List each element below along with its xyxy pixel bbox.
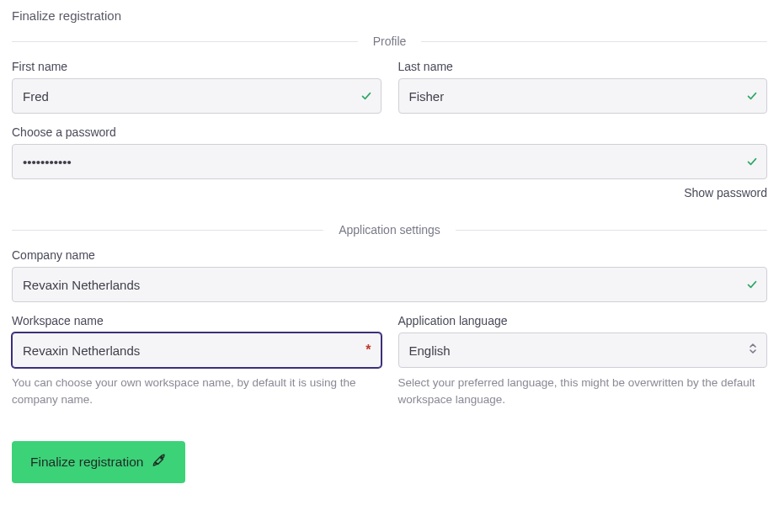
password-input[interactable]	[12, 144, 767, 179]
section-label-app-settings: Application settings	[323, 223, 456, 237]
language-label: Application language	[398, 314, 768, 327]
section-divider-app-settings: Application settings	[12, 223, 767, 237]
language-select[interactable]: English	[398, 332, 768, 368]
workspace-name-input[interactable]	[12, 332, 381, 368]
company-name-input[interactable]	[12, 267, 767, 302]
show-password-link[interactable]: Show password	[684, 186, 767, 200]
first-name-input[interactable]	[12, 78, 381, 114]
last-name-label: Last name	[398, 60, 768, 73]
finalize-registration-button[interactable]: Finalize registration	[12, 441, 185, 483]
page-title: Finalize registration	[12, 8, 767, 23]
workspace-name-hint: You can choose your own workspace name, …	[12, 375, 381, 407]
finalize-registration-label: Finalize registration	[30, 455, 143, 470]
section-divider-profile: Profile	[12, 35, 767, 48]
password-label: Choose a password	[12, 125, 767, 139]
first-name-label: First name	[12, 60, 381, 73]
workspace-name-label: Workspace name	[12, 314, 381, 327]
last-name-input[interactable]	[398, 78, 768, 114]
rocket-icon	[152, 453, 167, 471]
section-label-profile: Profile	[358, 35, 422, 48]
company-name-label: Company name	[12, 248, 767, 262]
language-hint: Select your preferred language, this mig…	[398, 375, 768, 407]
